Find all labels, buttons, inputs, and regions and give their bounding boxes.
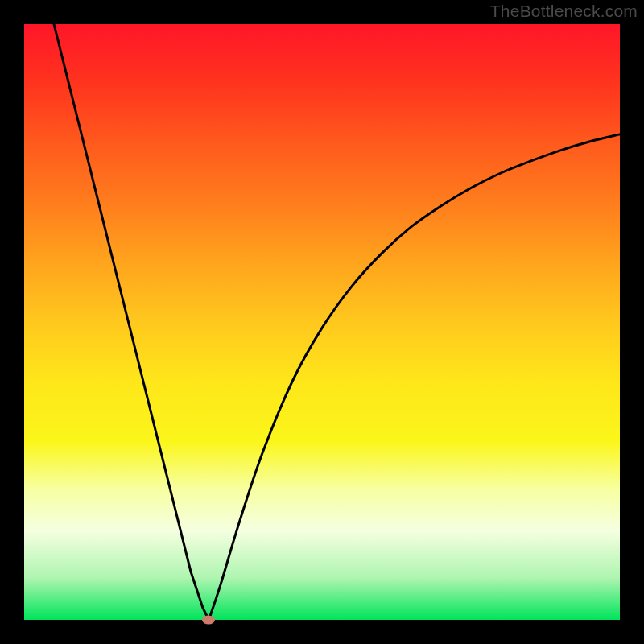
curve-path bbox=[54, 24, 620, 620]
watermark-text: TheBottleneck.com bbox=[490, 2, 638, 21]
curve-svg bbox=[24, 24, 620, 620]
plot-area bbox=[24, 24, 620, 620]
minimum-marker bbox=[202, 616, 215, 625]
chart-frame: TheBottleneck.com bbox=[0, 0, 644, 644]
